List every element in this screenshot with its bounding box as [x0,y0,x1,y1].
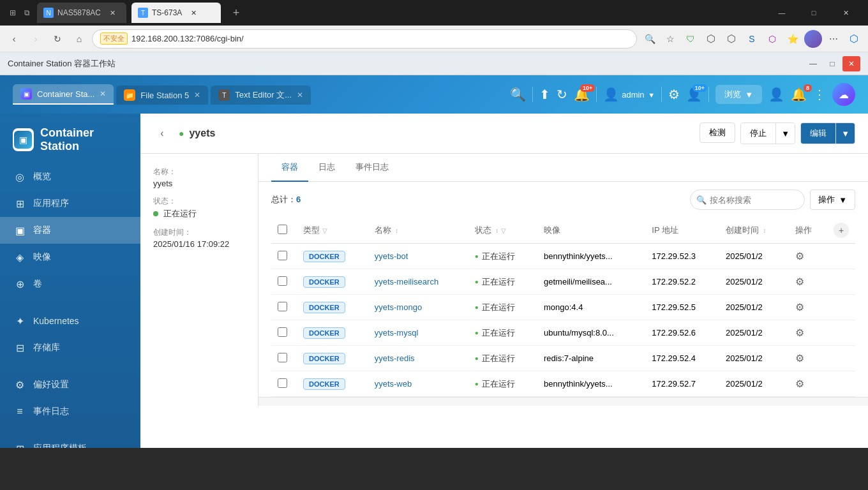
home-button[interactable]: ⌂ [70,30,88,48]
status-sort-icon[interactable]: ↕ [495,227,498,234]
more-header-icon[interactable]: ⋮ [813,87,826,102]
created-sort-icon[interactable]: ↕ [763,227,767,234]
refresh-button[interactable]: ↻ [49,30,66,48]
stop-dropdown-btn[interactable]: ▼ [775,123,795,144]
notification-icon[interactable]: 🔔 10+ [574,87,590,102]
app-tab-file-station[interactable]: 📁 File Station 5 ✕ [116,85,208,105]
ext-4-icon[interactable]: ⬡ [763,30,781,48]
new-tab-button[interactable]: + [226,3,246,23]
sidebar-item-event-log[interactable]: ≡ 事件日志 [0,398,140,425]
sidebar-item-applications[interactable]: ⊞ 应用程序 [0,190,140,217]
cloud-icon[interactable]: ☁ [832,83,855,106]
shield-extension-icon[interactable]: 🛡 [682,30,700,48]
row-checkbox-0[interactable] [278,251,287,260]
sidebar-item-containers[interactable]: ▣ 容器 [0,217,140,244]
tab-containers[interactable]: 容器 [271,154,308,182]
gear-btn-3[interactable]: ⚙ [795,327,804,338]
stop-button[interactable]: 停止 [741,123,775,144]
gear-btn-5[interactable]: ⚙ [795,378,804,389]
user-profile-icon[interactable] [804,30,822,48]
gear-btn-1[interactable]: ⚙ [795,276,804,287]
row-checkbox-2[interactable] [278,302,287,311]
app-tab-text-editor[interactable]: T Text Editor 文... ✕ [211,85,311,105]
ext-3-icon[interactable]: S [743,30,761,48]
back-button[interactable]: ‹ [153,124,171,142]
select-all-checkbox[interactable] [278,225,287,234]
forward-button[interactable]: › [27,30,45,48]
container-link-4[interactable]: yyets-redis [375,353,415,363]
sidebar-item-images[interactable]: ◈ 映像 [0,244,140,271]
ext-1-icon[interactable]: ⬡ [702,30,720,48]
add-container-btn[interactable]: + [834,223,849,238]
row-checkbox-1[interactable] [278,276,287,286]
sidebar-item-volumes[interactable]: ⊕ 卷 [0,271,140,297]
container-link-2[interactable]: yyets-mongo [375,302,422,312]
app-minimize-btn[interactable]: — [804,56,822,71]
row-checkbox-5[interactable] [278,378,287,388]
sidebar-item-kubernetes[interactable]: ✦ Kubernetes [0,308,140,334]
tab-list-icon[interactable]: ⧉ [22,8,32,18]
row-checkbox-4[interactable] [278,353,287,362]
bell-icon[interactable]: 🔔 8 [791,87,807,102]
search-input[interactable] [690,189,805,210]
address-bar[interactable]: 不安全 192.168.200.132:7086/cgi-bin/ [92,29,637,48]
back-button[interactable]: ‹ [5,30,23,48]
person-icon[interactable]: 👤 [768,87,784,102]
more-options-icon[interactable]: ⋯ [825,30,842,48]
ext-5-icon[interactable]: ⭐ [784,30,802,48]
gear-btn-0[interactable]: ⚙ [795,251,804,262]
app-restore-btn[interactable]: □ [823,56,841,71]
sidebar-item-app-templates[interactable]: ⊞ 应用程序模板 [0,435,140,448]
profile-avatar[interactable] [804,30,822,48]
search-header-icon[interactable]: 🔍 [510,87,526,102]
edge-icon[interactable]: ⬡ [845,30,863,48]
edit-dropdown-btn[interactable]: ▼ [835,123,855,144]
tab-logs[interactable]: 日志 [308,154,345,182]
ext-2-icon[interactable]: ⬡ [722,30,740,48]
maximize-btn[interactable]: □ [799,3,828,23]
tab-grid-icon[interactable]: ⊞ [8,8,18,18]
ops-button[interactable]: 操作 ▼ [810,189,855,210]
tab-event-logs[interactable]: 事件日志 [345,154,399,182]
detect-button[interactable]: 检测 [700,122,735,143]
edit-button[interactable]: 编辑 [801,123,835,144]
app-tab-container-station[interactable]: ▣ Container Sta... ✕ [13,84,114,105]
container-link-3[interactable]: yyets-mysql [375,328,419,338]
minimize-btn[interactable]: — [767,3,797,23]
sidebar-item-storage[interactable]: ⊟ 存储库 [0,334,140,361]
tab-close-nas[interactable]: ✕ [107,8,117,18]
upload-icon[interactable]: ⬆ [539,87,550,102]
app-tab-close-file-station[interactable]: ✕ [194,91,200,100]
sidebar-item-preferences[interactable]: ⚙ 偏好设置 [0,371,140,398]
app-tab-close-container-station[interactable]: ✕ [100,89,106,98]
browser-tab-ts[interactable]: T TS-673A ✕ [131,3,221,23]
browser-tab-nas[interactable]: N NAS5878AC ✕ [37,3,126,23]
bookmark-icon[interactable]: ☆ [661,30,679,48]
sidebar-item-overview[interactable]: ◎ 概览 [0,163,140,190]
browse-button[interactable]: 浏览 ▼ [715,85,762,104]
row-checkbox-3[interactable] [278,327,287,337]
container-link-5[interactable]: yyets-web [375,379,412,389]
close-window-btn[interactable]: ✕ [831,3,860,23]
container-link-0[interactable]: yyets-bot [375,251,408,261]
app-close-btn[interactable]: ✕ [842,56,860,71]
user-settings-icon[interactable]: admin ▼ [622,90,655,100]
sync-icon[interactable]: ↻ [557,87,567,102]
user-badge-icon[interactable]: 👤 10+ [686,87,702,102]
tab-close-ts[interactable]: ✕ [188,8,198,18]
app-tab-label-text-editor: Text Editor 文... [235,89,292,101]
app-tab-close-text-editor[interactable]: ✕ [297,91,303,100]
row-gear-5: ⚙ [789,371,827,397]
container-link-1[interactable]: yyets-meilisearch [375,277,438,286]
table-wrapper: 类型 ▽ 名称 ↕ 状态 ↕ [258,218,868,397]
gear-btn-2[interactable]: ⚙ [795,302,804,313]
status-filter-icon[interactable]: ▽ [501,227,506,234]
gear-btn-4[interactable]: ⚙ [795,353,804,364]
type-filter-icon[interactable]: ▽ [322,227,327,234]
settings-icon[interactable]: ⚙ [668,87,680,102]
horizontal-scrollbar[interactable] [258,397,868,406]
search-toolbar-icon[interactable]: 🔍 [641,30,659,48]
sidebar-app-name: Container Station [40,126,128,153]
user-menu[interactable]: 👤 admin ▼ [603,87,655,102]
name-sort-icon[interactable]: ↕ [395,227,398,234]
